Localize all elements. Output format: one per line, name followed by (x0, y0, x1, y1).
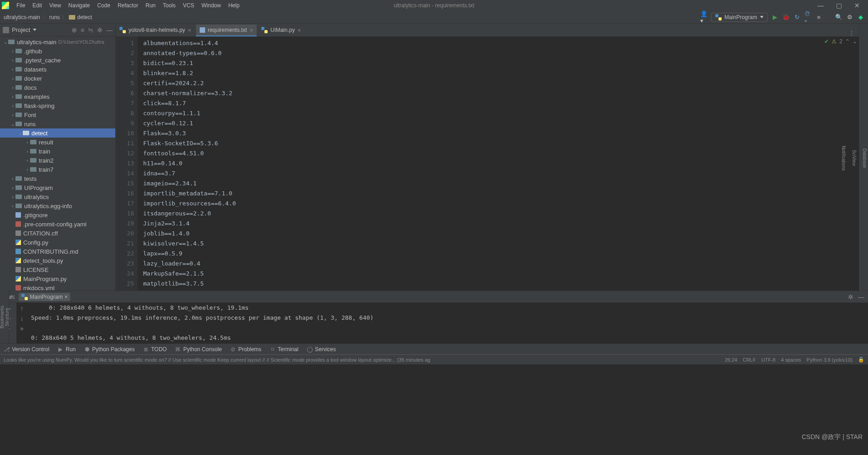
tree-item[interactable]: MainProgram.py (0, 274, 115, 283)
tree-item[interactable]: LICENSE (0, 265, 115, 274)
python-console-tab[interactable]: ⌘Python Console (175, 346, 222, 353)
menu-file[interactable]: File (13, 2, 29, 9)
down-icon[interactable]: ↓ (21, 315, 24, 322)
tree-item[interactable]: ›datasets (0, 65, 115, 74)
add-user-icon[interactable]: 👤▾ (700, 14, 708, 21)
line-separator[interactable]: CRLF (743, 357, 756, 363)
tree-item[interactable]: ›result (0, 138, 115, 147)
chevron-up-icon[interactable]: ⌃ (845, 38, 850, 45)
close-icon[interactable]: × (64, 294, 67, 300)
breadcrumb[interactable]: runs (49, 14, 60, 20)
run-button[interactable]: ▶ (771, 14, 779, 21)
tree-item[interactable]: CONTRIBUTING.md (0, 247, 115, 256)
services-tab[interactable]: ◯Services (307, 346, 336, 353)
tree-item[interactable]: ⌄detect (0, 128, 115, 138)
bookmarks-tab[interactable]: Bookmarks (0, 306, 5, 328)
tree-item[interactable]: ›Font (0, 110, 115, 119)
todo-tab[interactable]: ≣TODO (143, 346, 166, 353)
search-everywhere-button[interactable]: 🔍 (835, 14, 842, 21)
run-output[interactable]: 0: 288x640 6 helmets, 4 withouts, 8 two_… (27, 303, 868, 343)
tree-item[interactable]: ›train7 (0, 165, 115, 174)
breadcrumb[interactable]: ultralytics-main (4, 14, 40, 20)
inspection-widget[interactable]: ✔ ⚠ 2 ⌃ ⌄ (824, 38, 857, 45)
minimize-button[interactable]: — (811, 2, 830, 9)
close-icon[interactable]: × (250, 27, 253, 34)
editor-tab[interactable]: requirements.txt× (196, 25, 257, 36)
hide-icon[interactable]: — (858, 293, 864, 301)
tree-item[interactable]: ›docker (0, 74, 115, 83)
tree-item[interactable]: ›flask-spring (0, 101, 115, 110)
code-with-me-icon[interactable]: ◆ (857, 14, 864, 21)
indent-info[interactable]: 4 spaces (781, 357, 801, 363)
menu-window[interactable]: Window (198, 2, 225, 9)
gear-icon[interactable]: ✲ (848, 293, 853, 301)
tree-item[interactable]: detect_tools.py (0, 256, 115, 265)
gear-icon[interactable]: ✲ (97, 26, 103, 34)
tree-item[interactable]: ›tests (0, 174, 115, 183)
terminal-tab[interactable]: ⌑Terminal (269, 346, 298, 353)
python-packages-tab[interactable]: ⬢Python Packages (84, 346, 134, 353)
run-tab[interactable]: MainProgram × (19, 293, 70, 301)
menu-view[interactable]: View (46, 2, 65, 9)
collapse-all-icon[interactable]: ≒ (88, 26, 93, 34)
profile-button[interactable]: ⏱▾ (804, 14, 811, 21)
menu-edit[interactable]: Edit (29, 2, 46, 9)
locate-icon[interactable]: ⊕ (72, 26, 77, 34)
more-icon[interactable]: » (20, 325, 24, 332)
tree-item[interactable]: Config.py (0, 238, 115, 247)
interpreter-info[interactable]: Python 3.9 (yolov10) (806, 357, 852, 363)
tab-list-button[interactable]: ⋮ (844, 30, 859, 36)
editor-tab[interactable]: UiMain.py× (258, 25, 305, 36)
tree-item[interactable]: ›train (0, 147, 115, 156)
stop-button[interactable]: ■ (815, 14, 822, 21)
tree-item[interactable]: ›ultralytics (0, 192, 115, 201)
file-encoding[interactable]: UTF-8 (761, 357, 775, 363)
close-icon[interactable]: × (188, 27, 191, 34)
project-tree[interactable]: ⌄ultralytics-mainD:\Users\YOLO\ultra›.gi… (0, 36, 115, 291)
tree-item[interactable]: ›.github (0, 46, 115, 56)
version-control-tab[interactable]: ⎇Version Control (4, 346, 49, 353)
menu-code[interactable]: Code (93, 2, 114, 9)
maximize-button[interactable]: ▢ (830, 2, 848, 9)
tree-item[interactable]: ›ultralytics.egg-info (0, 201, 115, 210)
code-content[interactable]: albumentations==1.4.4annotated-types==0.… (138, 36, 859, 291)
up-icon[interactable]: ↑ (21, 305, 24, 312)
problems-tab[interactable]: ⊘Problems (230, 346, 262, 353)
chevron-down-icon[interactable] (33, 29, 36, 31)
run-tab[interactable]: ▶Run (57, 346, 76, 353)
tree-item[interactable]: ›examples (0, 92, 115, 101)
menu-navigate[interactable]: Navigate (65, 2, 93, 9)
structure-tab[interactable]: Structure (5, 308, 10, 327)
menu-refactor[interactable]: Refactor (114, 2, 142, 9)
menu-vcs[interactable]: VCS (179, 2, 198, 9)
menu-run[interactable]: Run (142, 2, 159, 9)
expand-all-icon[interactable]: ≡ (81, 26, 84, 34)
debug-button[interactable]: 🐞 (782, 14, 790, 21)
tree-item[interactable]: CITATION.cff (0, 229, 115, 238)
tree-item[interactable]: mkdocs.yml (0, 283, 115, 291)
lock-icon[interactable]: 🔒 (858, 357, 864, 363)
hide-icon[interactable]: — (106, 26, 113, 34)
tree-item[interactable]: .pre-commit-config.yaml (0, 220, 115, 229)
menu-tools[interactable]: Tools (159, 2, 179, 9)
tree-item[interactable]: ⌄runs (0, 119, 115, 128)
tree-item[interactable]: ⌄ultralytics-mainD:\Users\YOLO\ultra (0, 37, 115, 46)
tree-item[interactable]: ›UIProgram (0, 183, 115, 192)
breadcrumb[interactable]: detect (69, 14, 92, 20)
database-tab[interactable]: Database (861, 147, 868, 170)
run-configuration-selector[interactable]: MainProgram (711, 13, 768, 22)
chevron-down-icon[interactable]: ⌄ (852, 38, 857, 45)
menu-help[interactable]: Help (225, 2, 243, 9)
tree-item[interactable]: .gitignore (0, 210, 115, 220)
tree-item[interactable]: ›.pytest_cache (0, 56, 115, 65)
editor[interactable]: 1234567891011121314151617181920212223242… (116, 36, 859, 291)
tree-item[interactable]: ›train2 (0, 156, 115, 165)
line-gutter: 1234567891011121314151617181920212223242… (116, 36, 138, 291)
editor-tab[interactable]: yolov8-train-helmets.py× (116, 25, 195, 36)
settings-button[interactable]: ⚙ (846, 14, 853, 21)
close-icon[interactable]: × (298, 27, 301, 34)
tree-item[interactable]: ›docs (0, 83, 115, 92)
close-button[interactable]: ✕ (848, 2, 866, 9)
caret-position[interactable]: 26:24 (725, 357, 738, 363)
run-coverage-button[interactable]: ↻ (793, 14, 801, 21)
